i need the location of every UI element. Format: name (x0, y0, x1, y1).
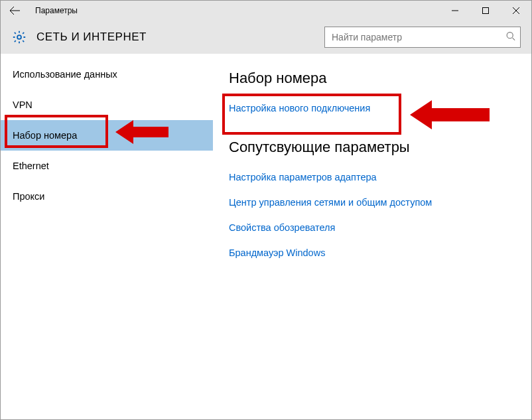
link-adapter-settings[interactable]: Настройка параметров адаптера (229, 172, 518, 182)
sidebar-item-label: Использование данных (13, 69, 117, 80)
content: Использование данных VPN Набор номера Et… (1, 54, 531, 419)
window-title: Параметры (35, 6, 78, 15)
header: СЕТЬ И ИНТЕРНЕТ (1, 21, 531, 54)
gear-icon (11, 29, 27, 45)
svg-point-1 (17, 35, 21, 39)
sidebar-item-label: Прокси (13, 191, 44, 202)
sidebar-item-label: Набор номера (13, 130, 77, 141)
sidebar-item-data-usage[interactable]: Использование данных (1, 59, 213, 90)
link-internet-options[interactable]: Свойства обозревателя (229, 222, 518, 233)
page-title: СЕТЬ И ИНТЕРНЕТ (36, 31, 147, 44)
sidebar-item-label: VPN (13, 100, 33, 110)
search-input[interactable] (324, 27, 521, 48)
sidebar-item-proxy[interactable]: Прокси (1, 181, 213, 212)
svg-rect-0 (483, 8, 489, 14)
back-button[interactable] (1, 1, 30, 21)
main-panel: Набор номера Настройка нового подключени… (213, 54, 531, 419)
section-heading-dialup: Набор номера (229, 70, 518, 87)
close-button[interactable] (501, 1, 531, 21)
minimize-button[interactable] (440, 1, 470, 21)
sidebar: Использование данных VPN Набор номера Et… (1, 54, 213, 419)
sidebar-item-ethernet[interactable]: Ethernet (1, 151, 213, 181)
titlebar: Параметры (1, 1, 531, 21)
link-network-center[interactable]: Центр управления сетями и общим доступом (229, 197, 518, 208)
window-controls (440, 1, 531, 21)
link-new-connection[interactable]: Настройка нового подключения (229, 103, 518, 113)
link-firewall[interactable]: Брандмауэр Windows (229, 247, 518, 258)
maximize-button[interactable] (470, 1, 501, 21)
search-wrap (324, 27, 521, 48)
sidebar-item-dialup[interactable]: Набор номера (1, 120, 213, 151)
sidebar-item-vpn[interactable]: VPN (1, 90, 213, 120)
section-heading-related: Сопутсвующие параметры (229, 139, 518, 156)
sidebar-item-label: Ethernet (13, 161, 49, 171)
